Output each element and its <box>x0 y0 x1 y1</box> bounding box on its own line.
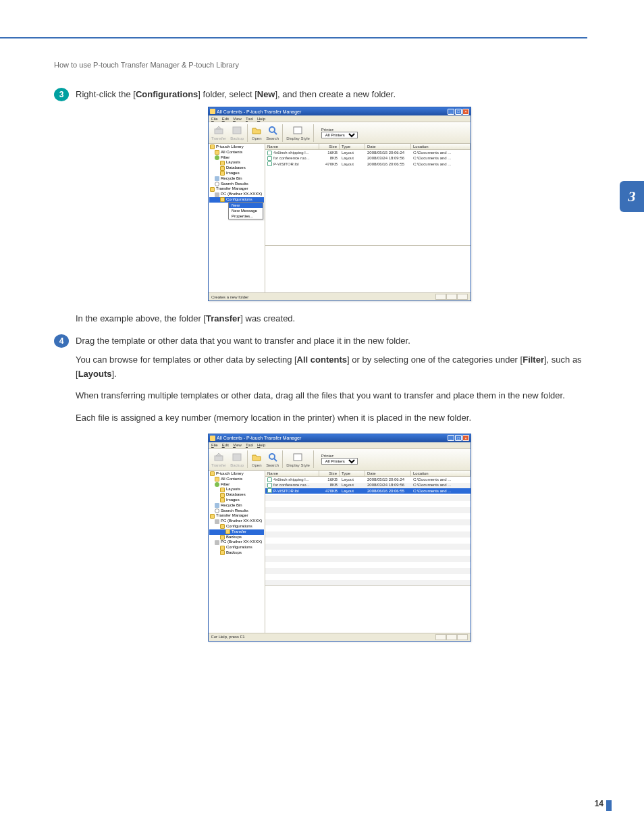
col-type[interactable]: Type <box>340 471 365 476</box>
list-row[interactable]: 4x6inch shipping l...16KBLayout2008/05/1… <box>265 150 471 155</box>
printer-icon <box>215 519 219 524</box>
toolbar-open[interactable]: Open <box>251 125 262 140</box>
tree-layouts[interactable]: Layouts <box>209 160 264 165</box>
printer-block: Printer: All Printers <box>321 454 358 465</box>
toolbar-transfer[interactable]: Transfer <box>211 452 226 467</box>
tree-databases[interactable]: Databases <box>209 165 264 171</box>
tree-transfer-selected[interactable]: Transfer <box>209 529 264 535</box>
toolbar-display-style[interactable]: Display Style <box>286 125 310 140</box>
tree-transfer-manager[interactable]: Transfer Manager <box>209 513 264 519</box>
t: Layouts <box>78 369 112 379</box>
t: 8KB <box>319 482 340 488</box>
context-properties[interactable]: Properties... <box>229 213 263 219</box>
menu-help[interactable]: Help <box>257 443 265 447</box>
tree-databases[interactable]: Databases <box>209 492 264 498</box>
tree-filter[interactable]: Filter <box>209 482 264 488</box>
close-button[interactable]: × <box>462 109 469 115</box>
menu-view[interactable]: View <box>233 117 242 121</box>
list-row[interactable]: for conference roo...8KBLayout2008/03/24… <box>265 155 471 161</box>
tree-recycle[interactable]: Recycle Bin <box>209 503 264 509</box>
tree-layouts[interactable]: Layouts <box>209 487 264 492</box>
tree-all-contents[interactable]: All Contents <box>209 150 264 155</box>
tree-backups[interactable]: Backups <box>209 535 264 540</box>
file-icon <box>267 483 272 488</box>
toolbar-display-style[interactable]: Display Style <box>286 452 310 467</box>
close-button[interactable]: × <box>462 435 469 441</box>
tree-transfer-manager[interactable]: Transfer Manager <box>209 186 264 192</box>
l: Search <box>266 463 279 467</box>
t: C:\Documents and ... <box>411 488 471 494</box>
tree-recycle[interactable]: Recycle Bin <box>209 176 264 182</box>
app-window-1: All Contents - P-touch Transfer Manager … <box>208 107 471 301</box>
col-date[interactable]: Date <box>365 471 411 476</box>
t: Backups <box>226 535 242 540</box>
toolbar-search[interactable]: Search <box>266 452 279 467</box>
tree-pc-1[interactable]: PC (Brother XX-XXXX) <box>209 519 264 524</box>
col-name[interactable]: Name <box>265 144 319 149</box>
tree-root[interactable]: P-touch Library <box>209 145 264 150</box>
menu-file[interactable]: File <box>211 117 218 121</box>
list-row[interactable]: P-VISITOR.lbl470KBLayout2008/06/16 20:06… <box>265 161 471 167</box>
tree-filter[interactable]: Filter <box>209 155 264 161</box>
tree-backups-2[interactable]: Backups <box>209 550 264 556</box>
menu-tool[interactable]: Tool <box>246 443 253 447</box>
t: Search Results <box>221 182 248 187</box>
col-name[interactable]: Name <box>265 471 319 476</box>
toolbar-backup[interactable]: Backup <box>230 125 244 140</box>
printer-block: Printer: All Printers <box>321 128 358 138</box>
toolbar-transfer[interactable]: Transfer <box>211 125 226 140</box>
menu-tool[interactable]: Tool <box>246 117 253 121</box>
tree-search-results[interactable]: Search Results <box>209 509 264 514</box>
tree-configurations-2[interactable]: Configurations <box>209 545 264 550</box>
t: PC (Brother XX-XXXX) <box>221 519 262 524</box>
context-new[interactable]: New <box>229 203 263 208</box>
printer-select[interactable]: All Printers <box>321 458 358 465</box>
t: PC (Brother XX-XXXX) <box>221 192 262 197</box>
tree-pc-2[interactable]: PC (Brother XX-XXXX) <box>209 540 264 545</box>
t: C:\Documents and ... <box>411 482 471 488</box>
toolbar-open[interactable]: Open <box>251 452 262 467</box>
search-icon <box>267 125 278 136</box>
col-type[interactable]: Type <box>340 144 365 149</box>
col-size[interactable]: Size <box>319 471 340 476</box>
tree-images[interactable]: Images <box>209 171 264 176</box>
folder-icon <box>220 535 225 540</box>
maximize-button[interactable]: □ <box>455 435 462 441</box>
list-pane: Name Size Type Date Location 4x6inch shi… <box>265 471 471 633</box>
t: PC (Brother XX-XXXX) <box>221 540 262 545</box>
toolbar-backup[interactable]: Backup <box>230 452 244 467</box>
maximize-button[interactable]: □ <box>455 109 462 115</box>
tree-images[interactable]: Images <box>209 498 264 503</box>
tree-search-results[interactable]: Search Results <box>209 182 264 187</box>
tree-root[interactable]: P-touch Library <box>209 471 264 477</box>
col-date[interactable]: Date <box>365 144 411 149</box>
minimize-button[interactable]: _ <box>448 435 454 441</box>
tree-all-contents[interactable]: All Contents <box>209 477 264 482</box>
tree-configurations[interactable]: Configurations <box>209 524 264 529</box>
menu-file[interactable]: File <box>211 443 218 447</box>
svg-rect-0 <box>215 129 223 134</box>
sc <box>457 634 468 640</box>
menu-edit[interactable]: Edit <box>222 117 229 121</box>
col-location[interactable]: Location <box>411 471 471 476</box>
col-size[interactable]: Size <box>319 144 340 149</box>
list-row[interactable]: 4x6inch shipping l...16KBLayout2008/05/1… <box>265 477 471 482</box>
context-new-message[interactable]: New Message <box>229 208 263 213</box>
svg-rect-5 <box>215 456 223 461</box>
list-row-selected[interactable]: P-VISITOR.lbl470KBLayout2008/06/16 20:06… <box>265 488 471 494</box>
minimize-button[interactable]: _ <box>448 109 454 115</box>
menu-help[interactable]: Help <box>257 117 265 121</box>
list-header: Name Size Type Date Location <box>265 144 471 150</box>
menu-edit[interactable]: Edit <box>222 443 229 447</box>
col-location[interactable]: Location <box>411 144 471 149</box>
list-row[interactable]: for conference roo...8KBLayout2008/03/24… <box>265 482 471 488</box>
tree-pc-1[interactable]: PC (Brother XX-XXXX) <box>209 192 264 197</box>
folder-icon <box>220 161 225 165</box>
step-4-text: Drag the template or other data that you… <box>76 334 603 348</box>
menu-view[interactable]: View <box>233 443 242 447</box>
search-results-icon <box>215 509 219 513</box>
list-body: 4x6inch shipping l...16KBLayout2008/05/1… <box>265 150 471 245</box>
tree-pane: P-touch Library All Contents Filter Layo… <box>209 471 265 633</box>
toolbar-search[interactable]: Search <box>266 125 279 140</box>
printer-select[interactable]: All Printers <box>321 132 358 138</box>
